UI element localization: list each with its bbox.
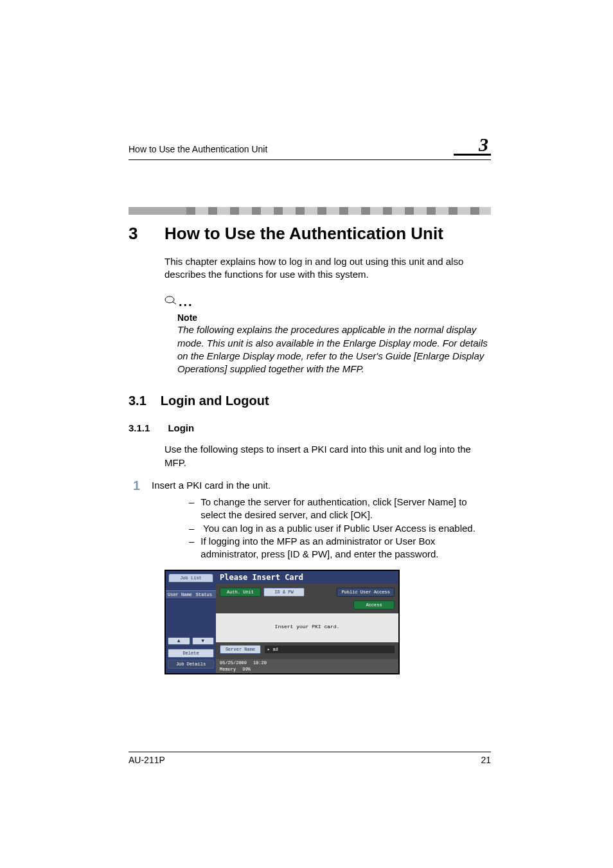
step-text: Insert a PKI card in the unit. xyxy=(152,479,271,492)
section-number: 3.1 xyxy=(129,393,147,408)
chapter-title: 3 How to Use the Authentication Unit xyxy=(129,224,491,244)
chapter-title-text: How to Use the Authentication Unit xyxy=(164,224,443,244)
chapter-number-tab: 3 xyxy=(479,135,491,154)
subsection-intro: Use the following steps to insert a PKI … xyxy=(164,443,491,469)
chapter-title-number: 3 xyxy=(129,224,143,244)
list-item-text: You can log in as a public user if Publi… xyxy=(203,522,475,535)
note-icon xyxy=(164,294,177,308)
col-status: Status xyxy=(194,591,214,599)
access-button[interactable]: Access xyxy=(353,601,395,610)
job-list-header: User Name Status xyxy=(166,590,216,599)
footer-page-number: 21 xyxy=(481,755,491,765)
list-item-text: If logging into the MFP as an administra… xyxy=(200,535,491,561)
list-item: – You can log in as a public user if Pub… xyxy=(189,522,491,535)
footer-model: AU-211P xyxy=(129,755,165,765)
auth-unit-button[interactable]: Auth. Unit xyxy=(220,588,261,597)
dash-bullet: – xyxy=(189,535,194,561)
dash-bullet: – xyxy=(189,496,194,522)
list-item: – If logging into the MFP as an administ… xyxy=(189,535,491,561)
job-list-tab[interactable]: Job List xyxy=(168,574,213,583)
section-heading: 3.1 Login and Logout xyxy=(129,393,491,408)
server-name-field: ▸ ad xyxy=(265,646,395,653)
chapter-intro: This chapter explains how to log in and … xyxy=(164,255,491,282)
page-footer: AU-211P 21 xyxy=(129,752,491,765)
note-label: Note xyxy=(177,312,491,324)
list-item-text: To change the server for authentication,… xyxy=(200,496,491,522)
public-user-access-button[interactable]: Public User Access xyxy=(337,588,395,597)
footer-time: 10:20 xyxy=(253,660,267,665)
dash-bullet: – xyxy=(189,522,197,535)
svg-line-1 xyxy=(172,302,176,304)
header-rule xyxy=(129,159,491,160)
job-list-area xyxy=(166,599,216,635)
note-block: ... Note The following explains the proc… xyxy=(164,293,491,376)
panel-title: Please Insert Card xyxy=(216,571,398,584)
footer-memory-label: Memory xyxy=(220,667,236,672)
insert-card-message: Insert your PKI card. xyxy=(216,624,398,629)
step-1-sublist: – To change the server for authenticatio… xyxy=(189,496,491,561)
footer-memory-value: 99% xyxy=(242,667,251,672)
mfp-panel-screenshot: Job List Please Insert Card User Name St… xyxy=(164,570,400,674)
decorative-stripe xyxy=(129,207,491,215)
list-item: – To change the server for authenticatio… xyxy=(189,496,491,522)
running-head: How to Use the Authentication Unit 3 xyxy=(129,135,491,160)
section-title: Login and Logout xyxy=(161,393,269,408)
subsection-title: Login xyxy=(168,422,194,433)
note-ellipsis: ... xyxy=(179,294,193,309)
col-user-name: User Name xyxy=(166,591,194,599)
server-name-button[interactable]: Server Name xyxy=(220,645,261,654)
note-text: The following explains the procedures ap… xyxy=(177,323,491,375)
scroll-down-button[interactable]: ▼ xyxy=(192,637,215,645)
running-title: How to Use the Authentication Unit xyxy=(129,144,267,154)
step-number: 1 xyxy=(129,479,140,492)
footer-date: 05/25/2009 xyxy=(220,660,247,665)
scroll-up-button[interactable]: ▲ xyxy=(168,637,190,645)
job-details-button[interactable]: Job Details xyxy=(168,660,214,669)
subsection-number: 3.1.1 xyxy=(129,422,150,433)
id-pw-button[interactable]: ID & PW xyxy=(263,588,305,597)
panel-footer: 05/25/2009 10:20 xyxy=(216,659,398,667)
delete-button[interactable]: Delete xyxy=(168,649,214,658)
step-1: 1 Insert a PKI card in the unit. xyxy=(129,479,491,492)
subsection-heading: 3.1.1 Login xyxy=(129,422,491,433)
